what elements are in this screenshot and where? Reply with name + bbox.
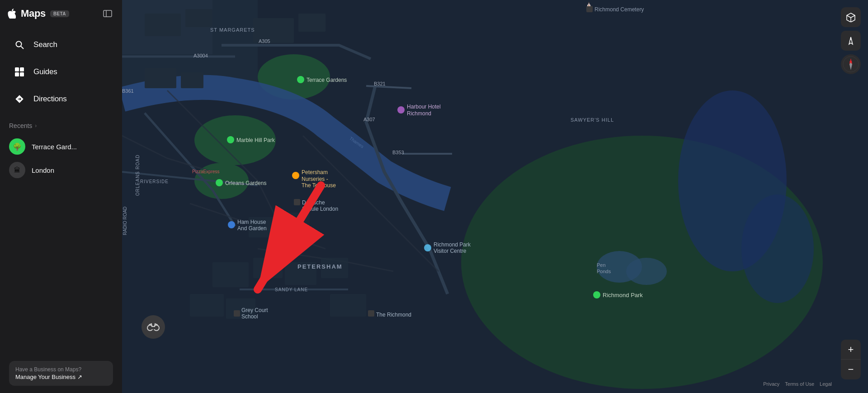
terrace-gardens-label: Terrace Gard... xyxy=(32,143,77,151)
recents-header[interactable]: Recents › xyxy=(9,122,113,129)
svg-rect-4 xyxy=(15,67,19,71)
binoculars-button[interactable] xyxy=(142,315,165,339)
recent-item-terrace-gardens[interactable]: 🌳 Terrace Gard... xyxy=(9,135,113,158)
london-icon: 🏛 xyxy=(9,162,25,178)
svg-text:A305: A305 xyxy=(259,38,270,44)
svg-point-52 xyxy=(397,106,405,114)
svg-text:The Teahouse: The Teahouse xyxy=(302,182,336,189)
guides-icon xyxy=(13,65,26,79)
svg-point-2 xyxy=(16,42,22,47)
svg-text:SANDY LANE: SANDY LANE xyxy=(275,287,308,292)
svg-text:A3004: A3004 xyxy=(193,53,208,58)
svg-rect-17 xyxy=(145,68,176,88)
search-label: Search xyxy=(33,40,57,49)
svg-text:Terrace Gardens: Terrace Gardens xyxy=(307,77,347,83)
recents-label: Recents xyxy=(9,122,32,129)
svg-point-67 xyxy=(424,244,431,251)
sidebar-item-search[interactable]: Search xyxy=(4,32,118,58)
business-card[interactable]: Have a Business on Maps? Manage Your Bus… xyxy=(9,361,113,386)
guides-label: Guides xyxy=(33,67,57,76)
svg-text:Grey Court: Grey Court xyxy=(241,307,268,313)
svg-rect-22 xyxy=(285,213,310,231)
svg-rect-23 xyxy=(212,262,249,287)
sidebar-header: Maps BETA xyxy=(0,0,122,27)
compass-button[interactable]: N xyxy=(841,54,861,74)
svg-text:And Garden: And Garden xyxy=(237,225,267,232)
recents-section: Recents › 🌳 Terrace Gard... 🏛 London xyxy=(0,117,122,185)
business-card-title: Have a Business on Maps? xyxy=(15,366,107,373)
svg-rect-5 xyxy=(20,67,24,71)
recent-item-london[interactable]: 🏛 London xyxy=(9,158,113,182)
svg-text:Marble Hill Park: Marble Hill Park xyxy=(236,137,275,143)
map-canvas: ST MARGARETS A305 A3004 B321 A307 B353 O… xyxy=(122,0,868,393)
svg-point-33 xyxy=(626,258,667,285)
svg-point-57 xyxy=(292,172,299,179)
sidebar-item-directions[interactable]: Directions xyxy=(4,86,118,112)
sidebar-footer: Have a Business on Maps? Manage Your Bus… xyxy=(0,354,122,393)
svg-text:Orleans Gardens: Orleans Gardens xyxy=(225,180,266,186)
svg-text:N: N xyxy=(849,60,852,64)
svg-rect-6 xyxy=(15,72,19,76)
svg-text:Nurseries -: Nurseries - xyxy=(302,176,328,182)
london-label: London xyxy=(32,166,54,174)
svg-rect-15 xyxy=(145,14,181,36)
apple-logo-icon xyxy=(7,9,16,18)
svg-rect-75 xyxy=(234,310,240,317)
svg-text:Richmond Park: Richmond Park xyxy=(434,241,471,248)
svg-text:ST MARGARETS: ST MARGARETS xyxy=(210,27,255,33)
app-title: Maps xyxy=(21,8,46,19)
svg-text:Ponds: Ponds xyxy=(597,269,611,274)
svg-text:Deutsche: Deutsche xyxy=(302,199,325,206)
svg-text:RADIO ROAD: RADIO ROAD xyxy=(123,207,127,235)
svg-text:PETERSHAM: PETERSHAM xyxy=(297,263,343,270)
svg-point-48 xyxy=(297,76,304,83)
svg-rect-78 xyxy=(368,310,374,317)
svg-text:B353: B353 xyxy=(392,150,404,155)
sidebar: Maps BETA Search xyxy=(0,0,122,393)
svg-text:Pen: Pen xyxy=(597,262,606,268)
svg-text:Ham House: Ham House xyxy=(237,219,266,225)
svg-text:Richmond Cemetery: Richmond Cemetery xyxy=(594,6,644,13)
zoom-in-button[interactable]: + xyxy=(841,340,861,360)
svg-rect-61 xyxy=(294,199,300,205)
svg-text:Richmond Park: Richmond Park xyxy=(603,292,643,298)
svg-text:RIVERSIDE: RIVERSIDE xyxy=(140,179,169,184)
svg-rect-24 xyxy=(253,258,283,278)
map-type-button[interactable] xyxy=(841,7,861,27)
svg-line-90 xyxy=(847,15,851,18)
map-footer-links: Privacy Terms of Use Legal xyxy=(763,381,832,387)
svg-text:Schule London: Schule London xyxy=(302,206,338,212)
svg-text:The Richmond: The Richmond xyxy=(376,312,411,318)
svg-point-50 xyxy=(227,136,234,143)
terrace-gardens-icon: 🌳 xyxy=(9,138,25,155)
svg-rect-18 xyxy=(181,72,203,88)
svg-text:Petersham: Petersham xyxy=(302,169,328,175)
recents-chevron-icon: › xyxy=(35,123,37,129)
map-controls-top-right: N xyxy=(841,7,861,74)
sidebar-toggle-button[interactable] xyxy=(100,6,115,21)
svg-text:PizzaExpress: PizzaExpress xyxy=(192,169,220,174)
map-container[interactable]: ST MARGARETS A305 A3004 B321 A307 B353 O… xyxy=(122,0,868,393)
svg-text:Richmond: Richmond xyxy=(407,110,431,117)
svg-point-71 xyxy=(593,291,600,298)
legal-link[interactable]: Legal xyxy=(820,381,832,387)
svg-line-91 xyxy=(851,15,855,18)
zoom-out-button[interactable]: − xyxy=(841,360,861,379)
svg-text:B321: B321 xyxy=(374,81,386,86)
privacy-link[interactable]: Privacy xyxy=(763,381,779,387)
svg-rect-0 xyxy=(104,10,112,17)
svg-text:Harbour Hotel: Harbour Hotel xyxy=(407,104,441,110)
search-icon xyxy=(13,38,26,52)
sidebar-item-guides[interactable]: Guides xyxy=(4,59,118,85)
location-button[interactable] xyxy=(841,31,861,51)
svg-text:ORLEANS ROAD: ORLEANS ROAD xyxy=(135,155,140,196)
terms-link[interactable]: Terms of Use xyxy=(785,381,814,387)
svg-text:⛪: ⛪ xyxy=(586,1,592,7)
directions-label: Directions xyxy=(33,95,67,104)
business-card-link[interactable]: Manage Your Business ↗ xyxy=(15,374,107,380)
svg-rect-16 xyxy=(185,9,212,27)
svg-point-55 xyxy=(216,179,223,186)
svg-point-64 xyxy=(228,221,235,228)
svg-point-31 xyxy=(741,194,814,303)
svg-rect-27 xyxy=(190,294,224,317)
